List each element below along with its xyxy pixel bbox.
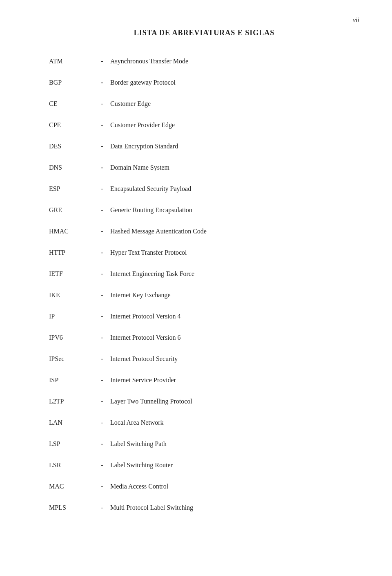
abbr-code: LAN [49, 419, 94, 426]
list-item: DNS-Domain Name System [49, 164, 359, 179]
abbr-dash: - [94, 334, 110, 341]
list-item: LSP-Label Switching Path [49, 440, 359, 456]
list-item: HMAC-Hashed Message Autentication Code [49, 228, 359, 243]
list-item: DES-Data Encryption Standard [49, 143, 359, 158]
abbr-definition: Layer Two Tunnelling Protocol [110, 398, 359, 405]
list-item: LAN-Local Area Network [49, 419, 359, 435]
list-item: IPSec-Internet Protocol Security [49, 355, 359, 371]
abbr-code: HTTP [49, 249, 94, 256]
abbr-definition: Customer Provider Edge [110, 121, 359, 129]
abbr-dash: - [94, 143, 110, 150]
list-item: ESP-Encapsulated Security Payload [49, 185, 359, 201]
abbr-dash: - [94, 228, 110, 235]
abbr-definition: Internet Protocol Version 4 [110, 313, 359, 320]
list-item: CE-Customer Edge [49, 100, 359, 116]
abbr-dash: - [94, 79, 110, 86]
abbr-code: IKE [49, 291, 94, 299]
abbr-definition: Internet Service Provider [110, 377, 359, 384]
abbr-dash: - [94, 355, 110, 363]
abbr-dash: - [94, 504, 110, 511]
abbr-definition: Hyper Text Transfer Protocol [110, 249, 359, 256]
abbr-dash: - [94, 398, 110, 405]
abbr-definition: Customer Edge [110, 100, 359, 108]
abbr-definition: Domain Name System [110, 164, 359, 171]
list-item: LSR-Label Switching Router [49, 462, 359, 477]
abbr-code: IPV6 [49, 334, 94, 341]
abbr-dash: - [94, 377, 110, 384]
abbr-definition: Encapsulated Security Payload [110, 185, 359, 193]
list-item: MAC-Media Access Control [49, 483, 359, 498]
abbr-definition: Local Area Network [110, 419, 359, 426]
page-number: vii [353, 16, 359, 24]
list-item: ISP-Internet Service Provider [49, 377, 359, 392]
list-item: IP-Internet Protocol Version 4 [49, 313, 359, 328]
abbr-dash: - [94, 419, 110, 426]
abbr-definition: Multi Protocol Label Switching [110, 504, 359, 511]
list-item: MPLS-Multi Protocol Label Switching [49, 504, 359, 520]
abbr-code: ISP [49, 377, 94, 384]
abbr-definition: Internet Protocol Security [110, 355, 359, 363]
list-item: IETF-Internet Engineering Task Force [49, 270, 359, 286]
abbr-definition: Label Switching Router [110, 462, 359, 469]
abbr-dash: - [94, 206, 110, 214]
abbr-code: IP [49, 313, 94, 320]
abbr-dash: - [94, 249, 110, 256]
abbr-dash: - [94, 440, 110, 448]
abbr-code: MAC [49, 483, 94, 490]
abbr-code: IETF [49, 270, 94, 278]
page: vii LISTA DE ABREVIATURAS E SIGLAS ATM-A… [0, 0, 392, 576]
list-item: HTTP-Hyper Text Transfer Protocol [49, 249, 359, 264]
abbr-definition: Asynchronous Transfer Mode [110, 58, 359, 65]
list-item: IPV6-Internet Protocol Version 6 [49, 334, 359, 350]
abbr-code: LSP [49, 440, 94, 448]
abbr-code: ESP [49, 185, 94, 193]
abbr-definition: Internet Protocol Version 6 [110, 334, 359, 341]
abbr-definition: Hashed Message Autentication Code [110, 228, 359, 235]
abbr-dash: - [94, 313, 110, 320]
abbr-dash: - [94, 121, 110, 129]
abbr-definition: Generic Routing Encapsulation [110, 206, 359, 214]
abbr-definition: Data Encryption Standard [110, 143, 359, 150]
abbreviation-list: ATM-Asynchronous Transfer ModeBGP-Border… [49, 58, 359, 520]
abbr-code: IPSec [49, 355, 94, 363]
abbr-definition: Internet Key Exchange [110, 291, 359, 299]
abbr-dash: - [94, 100, 110, 108]
abbr-definition: Media Access Control [110, 483, 359, 490]
abbr-dash: - [94, 270, 110, 278]
list-item: L2TP-Layer Two Tunnelling Protocol [49, 398, 359, 413]
abbr-code: L2TP [49, 398, 94, 405]
list-item: IKE-Internet Key Exchange [49, 291, 359, 307]
abbr-code: HMAC [49, 228, 94, 235]
abbr-code: BGP [49, 79, 94, 86]
abbr-dash: - [94, 291, 110, 299]
abbr-code: CE [49, 100, 94, 108]
abbr-code: DES [49, 143, 94, 150]
abbr-dash: - [94, 483, 110, 490]
abbr-definition: Internet Engineering Task Force [110, 270, 359, 278]
abbr-dash: - [94, 462, 110, 469]
abbr-code: ATM [49, 58, 94, 65]
abbr-code: CPE [49, 121, 94, 129]
abbr-dash: - [94, 164, 110, 171]
list-item: GRE-Generic Routing Encapsulation [49, 206, 359, 222]
abbr-dash: - [94, 58, 110, 65]
abbr-code: LSR [49, 462, 94, 469]
page-title: LISTA DE ABREVIATURAS E SIGLAS [49, 29, 359, 37]
list-item: CPE-Customer Provider Edge [49, 121, 359, 137]
abbr-dash: - [94, 185, 110, 193]
abbr-code: DNS [49, 164, 94, 171]
abbr-code: GRE [49, 206, 94, 214]
list-item: BGP-Border gateway Protocol [49, 79, 359, 94]
list-item: ATM-Asynchronous Transfer Mode [49, 58, 359, 73]
abbr-definition: Border gateway Protocol [110, 79, 359, 86]
abbr-definition: Label Switching Path [110, 440, 359, 448]
abbr-code: MPLS [49, 504, 94, 511]
